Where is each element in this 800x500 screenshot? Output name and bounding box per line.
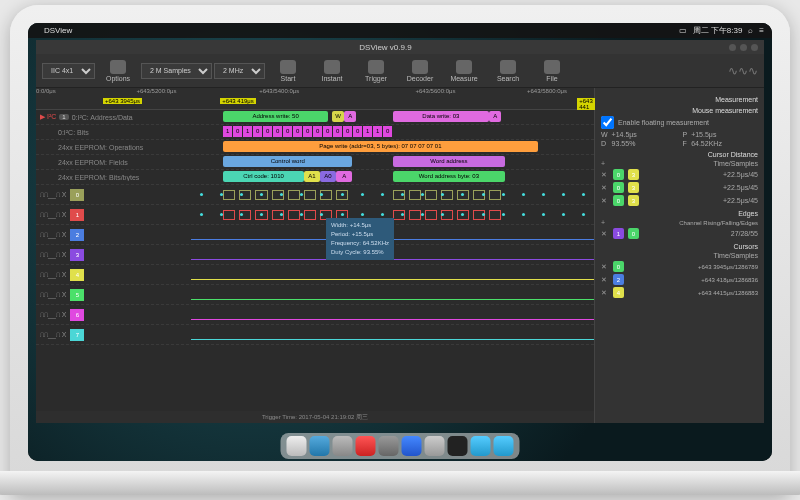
dock-item[interactable] bbox=[333, 436, 353, 456]
rate-select[interactable]: 2 MHz bbox=[214, 63, 265, 79]
options-button[interactable]: Options bbox=[97, 56, 139, 86]
decoder-button[interactable]: Decoder bbox=[399, 56, 441, 86]
search-icon bbox=[500, 60, 516, 74]
toolbar: IIC 4x1 Options 2 M Samples 2 MHz Start … bbox=[36, 54, 764, 88]
decode-block[interactable]: Address write: 50 bbox=[223, 111, 328, 122]
play-icon bbox=[280, 60, 296, 74]
add-icon[interactable]: + bbox=[601, 160, 609, 167]
channel-wave[interactable] bbox=[191, 268, 594, 282]
ruler-icon bbox=[456, 60, 472, 74]
time-ruler[interactable]: 0:0/0μs+643/5200:0μs+643/5400:0μs+643/56… bbox=[36, 88, 594, 110]
instant-button[interactable]: Instant bbox=[311, 56, 353, 86]
channel-flag[interactable]: 1 bbox=[70, 209, 84, 221]
remove-icon[interactable]: ✕ bbox=[601, 230, 609, 238]
file-button[interactable]: File bbox=[531, 56, 573, 86]
status-bar: Trigger Time: 2017-05-04 21:19:02 周三 bbox=[36, 411, 594, 423]
cursor-flag[interactable]: +643 419μs bbox=[220, 98, 256, 104]
cursors-header: Cursors bbox=[601, 243, 758, 250]
device-select[interactable]: IIC 4x1 bbox=[42, 63, 95, 79]
channel-row: ⎍⎍__⎍ X4 bbox=[36, 265, 594, 285]
decoder-row: 24xx EEPROM: Bits/bytesCtrl code: 1010A1… bbox=[36, 170, 594, 185]
decode-lane[interactable]: 10100000000000110 bbox=[191, 125, 594, 139]
decode-lane[interactable]: Address write: 50WAData write: 03A bbox=[191, 110, 594, 124]
dock-item[interactable] bbox=[379, 436, 399, 456]
remove-icon[interactable]: ✕ bbox=[601, 197, 609, 205]
dock-item[interactable] bbox=[448, 436, 468, 456]
decode-block[interactable]: Page write (addr=03, 5 bytes): 07 07 07 … bbox=[223, 141, 537, 152]
remove-icon[interactable]: ✕ bbox=[601, 289, 609, 297]
row-label: ▶ I²C10:I²C: Address/Data bbox=[36, 113, 191, 121]
measure-button[interactable]: Measure bbox=[443, 56, 485, 86]
waveform-area[interactable]: 0:0/0μs+643/5200:0μs+643/5400:0μs+643/56… bbox=[36, 88, 594, 423]
ruler-tick: +643/5600:0μs bbox=[415, 88, 455, 94]
channel-name[interactable]: ⎍⎍__⎍ X bbox=[40, 211, 66, 218]
remove-icon[interactable]: ✕ bbox=[601, 263, 609, 271]
floating-checkbox[interactable] bbox=[601, 116, 614, 129]
decode-block[interactable]: W bbox=[332, 111, 344, 122]
remove-icon[interactable]: ✕ bbox=[601, 276, 609, 284]
trigger-button[interactable]: Trigger bbox=[355, 56, 397, 86]
channel-flag[interactable]: 5 bbox=[70, 289, 84, 301]
channel-row: ⎍⎍__⎍ X2 bbox=[36, 225, 594, 245]
channel-name[interactable]: ⎍⎍__⎍ X bbox=[40, 191, 66, 198]
channel-wave[interactable] bbox=[191, 308, 594, 322]
channel-flag[interactable]: 3 bbox=[70, 249, 84, 261]
channel-name[interactable]: ⎍⎍__⎍ X bbox=[40, 251, 66, 258]
macos-dock[interactable] bbox=[281, 433, 520, 459]
dock-item[interactable] bbox=[287, 436, 307, 456]
dock-item[interactable] bbox=[425, 436, 445, 456]
channel-flag[interactable]: 7 bbox=[70, 329, 84, 341]
samples-select[interactable]: 2 M Samples bbox=[141, 63, 212, 79]
minimize-icon[interactable] bbox=[729, 44, 736, 51]
decode-block[interactable]: A1 bbox=[304, 171, 320, 182]
dock-item[interactable] bbox=[494, 436, 514, 456]
decode-lane[interactable]: Page write (addr=03, 5 bytes): 07 07 07 … bbox=[191, 140, 594, 154]
remove-icon[interactable]: ✕ bbox=[601, 184, 609, 192]
decode-block[interactable]: A bbox=[489, 111, 501, 122]
channel-flag[interactable]: 6 bbox=[70, 309, 84, 321]
decode-block[interactable]: A bbox=[344, 111, 356, 122]
dock-item[interactable] bbox=[310, 436, 330, 456]
dock-item[interactable] bbox=[356, 436, 376, 456]
decode-lane[interactable]: Control wordWord address bbox=[191, 155, 594, 169]
decoder-row: 0:I²C: Bits10100000000000110 bbox=[36, 125, 594, 140]
edges-header: Edges bbox=[601, 210, 758, 217]
dock-item[interactable] bbox=[471, 436, 491, 456]
remove-icon[interactable]: ✕ bbox=[601, 171, 609, 179]
channel-name[interactable]: ⎍⎍__⎍ X bbox=[40, 271, 66, 278]
close-icon[interactable] bbox=[751, 44, 758, 51]
channel-name[interactable]: ⎍⎍__⎍ X bbox=[40, 291, 66, 298]
maximize-icon[interactable] bbox=[740, 44, 747, 51]
channel-name[interactable]: ⎍⎍__⎍ X bbox=[40, 231, 66, 238]
decode-block[interactable]: A bbox=[336, 171, 352, 182]
channel-row: ⎍⎍__⎍ X0 bbox=[36, 185, 594, 205]
channel-name[interactable]: ⎍⎍__⎍ X bbox=[40, 331, 66, 338]
channel-name[interactable]: ⎍⎍__⎍ X bbox=[40, 311, 66, 318]
cursor-flag[interactable]: +643 3945μs bbox=[103, 98, 142, 104]
menu-icon[interactable]: ≡ bbox=[759, 26, 764, 35]
decode-block[interactable]: Ctrl code: 1010 bbox=[223, 171, 304, 182]
add-icon[interactable]: + bbox=[601, 219, 609, 226]
decode-block[interactable]: Word address byte: 03 bbox=[393, 171, 506, 182]
decode-block[interactable]: Control word bbox=[223, 156, 352, 167]
channel-wave[interactable] bbox=[191, 288, 594, 302]
search-button[interactable]: Search bbox=[487, 56, 529, 86]
row-label: 24xx EEPROM: Fields bbox=[36, 159, 191, 166]
cursor-flag[interactable]: +643 441 bbox=[577, 98, 595, 110]
channel-row: ⎍⎍__⎍ X5 bbox=[36, 285, 594, 305]
app-menu[interactable]: DSView bbox=[44, 26, 72, 35]
decode-block[interactable]: A0 bbox=[320, 171, 336, 182]
dock-item[interactable] bbox=[402, 436, 422, 456]
channel-wave[interactable] bbox=[191, 188, 594, 202]
flash-icon bbox=[324, 60, 340, 74]
channel-wave[interactable] bbox=[191, 328, 594, 342]
decode-block[interactable]: Word address bbox=[393, 156, 506, 167]
window-titlebar[interactable]: DSView v0.9.9 bbox=[36, 40, 764, 54]
start-button[interactable]: Start bbox=[267, 56, 309, 86]
channel-flag[interactable]: 2 bbox=[70, 229, 84, 241]
search-icon[interactable]: ⌕ bbox=[748, 26, 753, 35]
channel-flag[interactable]: 4 bbox=[70, 269, 84, 281]
decode-block[interactable]: Data write: 03 bbox=[393, 111, 490, 122]
decode-lane[interactable]: Ctrl code: 1010A1A0AWord address byte: 0… bbox=[191, 170, 594, 184]
channel-flag[interactable]: 0 bbox=[70, 189, 84, 201]
